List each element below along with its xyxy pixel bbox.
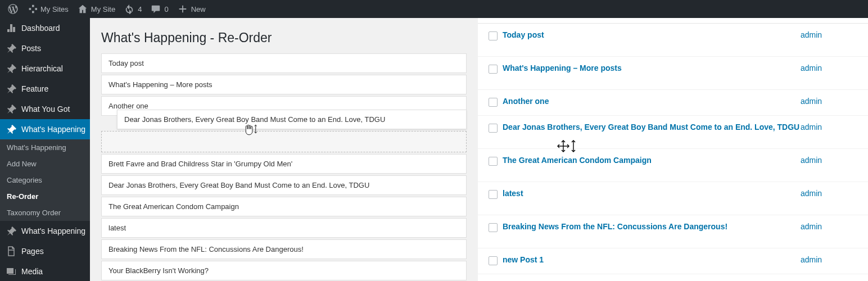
admin-bar: My Sites My Site 4 0 New [0, 0, 868, 18]
media-icon [6, 266, 17, 277]
post-title-link[interactable]: Breaking News From the NFL: Concussions … [503, 222, 727, 231]
sidebar-item-label: Media [21, 267, 43, 276]
row-checkbox[interactable] [489, 223, 498, 232]
reorder-list[interactable]: Today postWhat's Happening – More postsA… [101, 53, 467, 281]
post-title-link[interactable]: Another one [503, 97, 549, 106]
my-sites-link[interactable]: My Sites [22, 0, 73, 18]
reorder-item[interactable]: latest [101, 218, 467, 238]
reorder-panel: What's Happening - Re-Order Today postWh… [90, 18, 478, 281]
post-title-link[interactable]: new Post 1 [503, 255, 544, 264]
post-title-link[interactable]: latest [503, 189, 523, 198]
post-author-link[interactable]: admin [801, 156, 822, 165]
reorder-item[interactable]: What's Happening – More posts [101, 75, 467, 94]
reorder-item[interactable]: Breaking News From the NFL: Concussions … [101, 239, 467, 259]
new-link[interactable]: New [173, 0, 210, 18]
updates-link[interactable]: 4 [120, 0, 146, 18]
sidebar-item-label: What's Happening [21, 226, 85, 235]
sidebar-item-label: What You Got [21, 105, 70, 114]
table-row: What's Happening – More postsadmin [478, 57, 868, 90]
comments-link[interactable]: 0 [146, 0, 173, 18]
sidebar-item-pages[interactable]: Pages [0, 241, 90, 261]
comment-icon [151, 4, 161, 14]
admin-sidebar: DashboardPostsHierarchicalFeatureWhat Yo… [0, 18, 90, 281]
post-author-link[interactable]: admin [801, 222, 822, 231]
table-row: new Post 1admin [478, 248, 868, 274]
row-checkbox[interactable] [489, 124, 498, 133]
sidebar-item-label: Dashboard [21, 24, 60, 33]
comments-count: 0 [164, 5, 168, 13]
dashboard-icon [6, 22, 17, 34]
page-icon [6, 246, 17, 257]
sidebar-item-media[interactable]: Media [0, 261, 90, 281]
reorder-item[interactable]: The Great American Condom Campaign [101, 197, 467, 216]
post-author-link[interactable]: admin [801, 123, 822, 132]
sidebar-item-feature[interactable]: Feature [0, 79, 90, 99]
reorder-item[interactable]: Dear Jonas Brothers, Every Great Boy Ban… [101, 175, 467, 195]
table-row: Today postadmin [478, 24, 868, 57]
my-site-label: My Site [91, 5, 115, 13]
row-checkbox[interactable] [489, 190, 498, 199]
sidebar-submenu: What's HappeningAdd NewCategoriesRe-Orde… [0, 139, 90, 221]
new-label: New [191, 5, 206, 13]
my-site-link[interactable]: My Site [73, 0, 120, 18]
reorder-item[interactable]: Today post [101, 53, 467, 73]
sidebar-item-posts[interactable]: Posts [0, 38, 90, 58]
post-author-link[interactable]: admin [801, 64, 822, 72]
post-title-link[interactable]: Dear Jonas Brothers, Every Great Boy Ban… [503, 123, 799, 132]
post-author-link[interactable]: admin [801, 255, 822, 264]
sidebar-item-dashboard[interactable]: Dashboard [0, 18, 90, 38]
post-author-link[interactable]: admin [801, 30, 822, 39]
page-title: What's Happening - Re-Order [101, 24, 467, 53]
row-checkbox[interactable] [489, 65, 498, 74]
sidebar-subitem-what-s-happening[interactable]: What's Happening [0, 139, 90, 156]
sidebar-subitem-re-order[interactable]: Re-Order [0, 188, 90, 205]
row-checkbox[interactable] [489, 256, 498, 265]
reorder-item[interactable]: Brett Favre and Brad Childress Star in '… [101, 154, 467, 174]
sidebar-item-label: Feature [21, 84, 48, 93]
row-checkbox[interactable] [489, 98, 498, 107]
table-row: Breaking News From the NFL: Concussions … [478, 215, 868, 248]
sidebar-subitem-taxonomy-order[interactable]: Taxonomy Order [0, 205, 90, 221]
table-row: Another oneadmin [478, 90, 868, 116]
posts-table-panel: Title Author Today postadminWhat's Happe… [478, 0, 868, 281]
sidebar-item-label: Hierarchical [21, 64, 63, 73]
post-author-link[interactable]: admin [801, 97, 822, 106]
pin-icon [6, 225, 17, 237]
sidebar-item-what-you-got[interactable]: What You Got [0, 99, 90, 119]
post-title-link[interactable]: What's Happening – More posts [503, 64, 622, 72]
row-checkbox[interactable] [489, 157, 498, 166]
pin-icon [6, 83, 17, 94]
reorder-placeholder [101, 131, 467, 152]
sidebar-item-label: Posts [21, 44, 41, 53]
sidebar-item-hierarchical[interactable]: Hierarchical [0, 58, 90, 79]
wordpress-icon [8, 4, 18, 14]
post-author-link[interactable]: admin [801, 189, 822, 198]
post-title-link[interactable]: The Great American Condom Campaign [503, 156, 652, 165]
refresh-icon [124, 4, 134, 14]
table-row: latestadmin [478, 182, 868, 215]
sidebar-item-what-s-happening[interactable]: What's Happening [0, 119, 90, 139]
table-row: Dear Jonas Brothers, Every Great Boy Ban… [478, 116, 868, 149]
home-network-icon [27, 4, 37, 14]
pin-icon [6, 43, 17, 54]
pin-icon [6, 124, 17, 135]
home-icon [78, 4, 88, 14]
reorder-item[interactable]: Your BlackBerry Isn't Working? [101, 261, 467, 280]
pin-icon [6, 103, 17, 115]
plus-icon [178, 4, 188, 14]
sidebar-subitem-add-new[interactable]: Add New [0, 156, 90, 172]
pin-icon [6, 63, 17, 74]
sidebar-item-label: Pages [21, 247, 44, 256]
row-checkbox[interactable] [489, 31, 498, 40]
sidebar-item-what-s-happening[interactable]: What's Happening [0, 221, 90, 241]
sidebar-item-label: What's Happening [21, 125, 85, 134]
wp-logo[interactable] [3, 0, 22, 18]
reorder-item[interactable]: Dear Jonas Brothers, Every Great Boy Ban… [117, 110, 467, 129]
sidebar-subitem-categories[interactable]: Categories [0, 172, 90, 188]
my-sites-label: My Sites [40, 5, 69, 13]
table-row: The Great American Condom Campaignadmin [478, 149, 868, 182]
updates-count: 4 [138, 5, 142, 13]
post-title-link[interactable]: Today post [503, 30, 544, 39]
